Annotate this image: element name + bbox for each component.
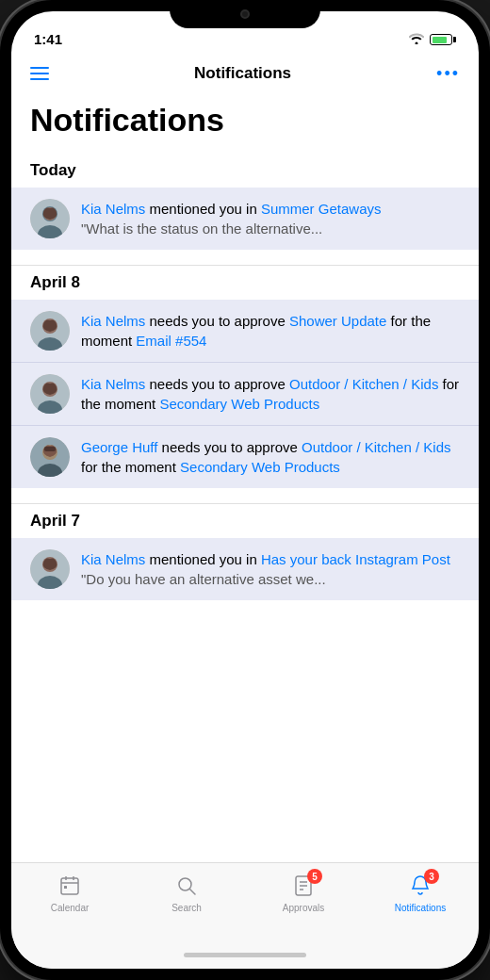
tab-approvals-label: Approvals [283, 903, 324, 913]
tab-search-label: Search [172, 903, 202, 913]
svg-line-23 [190, 890, 196, 895]
svg-rect-12 [44, 447, 56, 451]
svg-rect-17 [61, 878, 78, 894]
bell-icon: 3 [407, 873, 433, 899]
content-link[interactable]: Outdoor / Kitchen / Kids [289, 376, 438, 392]
content-link[interactable]: Outdoor / Kitchen / Kids [302, 439, 450, 455]
tab-search[interactable]: Search [154, 873, 220, 913]
svg-rect-21 [64, 886, 67, 889]
content-link2[interactable]: Email #554 [136, 333, 206, 349]
notif-text: Kia Nelms mentioned you in Has your back… [81, 549, 460, 589]
sender-link[interactable]: Kia Nelms [81, 201, 145, 217]
content-link[interactable]: Shower Update [289, 313, 386, 329]
notification-item[interactable]: George Huff needs you to approve Outdoor… [11, 426, 479, 488]
section-april7: April 7 Kia Nelms mentioned you in Has y… [11, 504, 479, 600]
avatar [30, 437, 70, 477]
notification-item[interactable]: Kia Nelms needs you to approve Shower Up… [11, 300, 479, 363]
content-link2[interactable]: Secondary Web Products [180, 459, 340, 475]
approvals-badge: 5 [307, 869, 322, 884]
notification-item[interactable]: Kia Nelms mentioned you in Has your back… [11, 538, 479, 600]
notif-text: Kia Nelms needs you to approve Outdoor /… [81, 374, 460, 414]
wifi-icon [409, 32, 424, 47]
phone-screen: 1:41 [11, 11, 479, 969]
notch [170, 0, 320, 28]
tab-bar: Calendar Search [11, 862, 479, 940]
page-title: Notifications [11, 94, 479, 154]
avatar [30, 374, 70, 414]
notif-text: Kia Nelms needs you to approve Shower Up… [81, 311, 460, 351]
section-april8: April 8 Kia Nelms needs you to approve S… [11, 266, 479, 488]
calendar-icon [57, 873, 83, 899]
nav-title: Notifications [194, 64, 291, 83]
content-area: Notifications Today Ki [11, 94, 479, 862]
notif-text: George Huff needs you to approve Outdoor… [81, 437, 460, 477]
sender-link[interactable]: Kia Nelms [81, 376, 145, 392]
avatar [30, 199, 70, 238]
section-header-april8: April 8 [11, 266, 479, 300]
notif-text: Kia Nelms mentioned you in Summer Getawa… [81, 199, 460, 238]
section-header-today: Today [11, 154, 479, 188]
status-time: 1:41 [34, 31, 62, 47]
content-link[interactable]: Has your back Instagram Post [261, 551, 450, 567]
sender-link[interactable]: Kia Nelms [81, 313, 145, 329]
camera [240, 9, 250, 19]
section-today: Today Kia Nelms mentioned you in Summer … [11, 154, 479, 250]
home-indicator [11, 940, 479, 969]
approvals-icon: 5 [290, 873, 317, 899]
content-link[interactable]: Summer Getaways [261, 201, 382, 217]
tab-calendar[interactable]: Calendar [37, 873, 103, 913]
notif-preview: "Do you have an alternative asset we... [81, 571, 326, 587]
avatar [30, 549, 70, 589]
home-bar [184, 953, 306, 957]
tab-approvals[interactable]: 5 Approvals [270, 873, 336, 913]
section-header-april7: April 7 [11, 504, 479, 538]
avatar [30, 311, 70, 351]
content-link2[interactable]: Secondary Web Products [159, 396, 319, 412]
tab-notifications[interactable]: 3 Notifications [387, 873, 453, 913]
sender-link[interactable]: George Huff [81, 439, 157, 455]
menu-button[interactable] [30, 67, 49, 80]
phone-frame: 1:41 [0, 0, 490, 980]
notif-preview: "What is the status on the alternative..… [81, 220, 322, 237]
status-icons [409, 32, 456, 47]
tab-calendar-label: Calendar [51, 903, 90, 913]
notification-item[interactable]: Kia Nelms needs you to approve Outdoor /… [11, 363, 479, 426]
sender-link[interactable]: Kia Nelms [81, 551, 145, 567]
nav-bar: Notifications ••• [11, 53, 479, 94]
more-button[interactable]: ••• [436, 64, 460, 84]
notification-item[interactable]: Kia Nelms mentioned you in Summer Getawa… [11, 188, 479, 250]
battery-icon [430, 34, 456, 45]
tab-notifications-label: Notifications [395, 903, 446, 913]
search-icon [173, 873, 200, 899]
notifications-badge: 3 [424, 869, 439, 884]
